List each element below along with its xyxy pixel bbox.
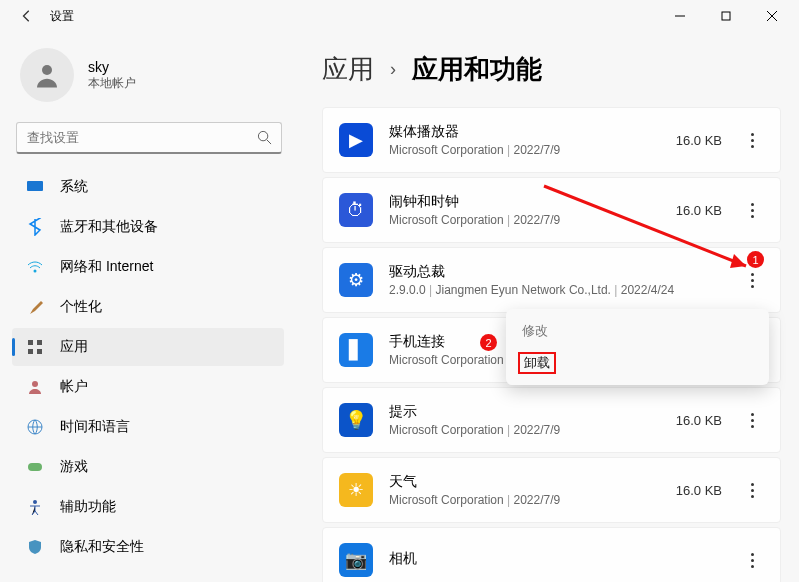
app-meta: Microsoft Corporation2022/7/9 xyxy=(389,143,676,157)
sidebar: sky 本地帐户 系统 蓝牙和其他设备 网络和 Internet 个性化 应用 … xyxy=(0,32,294,582)
svg-rect-11 xyxy=(28,349,33,354)
nav-label: 蓝牙和其他设备 xyxy=(60,218,158,236)
accessibility-icon xyxy=(26,498,44,516)
app-row[interactable]: ⚙ 驱动总裁 2.9.0.0Jiangmen Eyun Network Co.,… xyxy=(322,247,781,313)
nav-time[interactable]: 时间和语言 xyxy=(12,408,284,446)
avatar xyxy=(20,48,74,102)
more-button[interactable] xyxy=(736,404,768,436)
svg-point-16 xyxy=(33,500,37,504)
app-row[interactable]: ▶ 媒体播放器 Microsoft Corporation2022/7/9 16… xyxy=(322,107,781,173)
more-button[interactable] xyxy=(736,264,768,296)
app-row[interactable]: ⏱ 闹钟和时钟 Microsoft Corporation2022/7/9 16… xyxy=(322,177,781,243)
breadcrumb: 应用 › 应用和功能 xyxy=(322,52,781,87)
app-icon: ☀ xyxy=(339,473,373,507)
nav-accessibility[interactable]: 辅助功能 xyxy=(12,488,284,526)
app-size: 16.0 KB xyxy=(676,483,722,498)
nav-label: 隐私和安全性 xyxy=(60,538,144,556)
app-icon: 📷 xyxy=(339,543,373,577)
svg-rect-10 xyxy=(37,340,42,345)
nav-label: 个性化 xyxy=(60,298,102,316)
svg-line-6 xyxy=(267,140,271,144)
nav-personalize[interactable]: 个性化 xyxy=(12,288,284,326)
crumb-current: 应用和功能 xyxy=(412,52,542,87)
app-row[interactable]: 💡 提示 Microsoft Corporation2022/7/9 16.0 … xyxy=(322,387,781,453)
maximize-button[interactable] xyxy=(703,0,749,32)
game-icon xyxy=(26,458,44,476)
app-meta: Microsoft Corporation2022/7/9 xyxy=(389,493,676,507)
app-icon: ▋ xyxy=(339,333,373,367)
annotation-badge-1: 1 xyxy=(747,251,764,268)
nav-accounts[interactable]: 帐户 xyxy=(12,368,284,406)
app-row[interactable]: 📷 相机 xyxy=(322,527,781,582)
shield-icon xyxy=(26,538,44,556)
app-size: 16.0 KB xyxy=(676,413,722,428)
app-icon: ▶ xyxy=(339,123,373,157)
nav-label: 时间和语言 xyxy=(60,418,130,436)
svg-rect-15 xyxy=(28,463,42,471)
close-button[interactable] xyxy=(749,0,795,32)
more-button[interactable] xyxy=(736,474,768,506)
content: 应用 › 应用和功能 ▶ 媒体播放器 Microsoft Corporation… xyxy=(294,32,799,582)
svg-point-4 xyxy=(42,65,52,75)
minimize-button[interactable] xyxy=(657,0,703,32)
app-name: 闹钟和时钟 xyxy=(389,193,676,211)
app-row[interactable]: ☀ 天气 Microsoft Corporation2022/7/9 16.0 … xyxy=(322,457,781,523)
app-meta: Microsoft Corporation2022/7/9 xyxy=(389,423,676,437)
app-name: 天气 xyxy=(389,473,676,491)
crumb-root[interactable]: 应用 xyxy=(322,52,374,87)
more-button[interactable] xyxy=(736,124,768,156)
svg-rect-9 xyxy=(28,340,33,345)
user-block[interactable]: sky 本地帐户 xyxy=(12,40,294,120)
nav-system[interactable]: 系统 xyxy=(12,168,284,206)
more-button[interactable] xyxy=(736,194,768,226)
app-meta: 2.9.0.0Jiangmen Eyun Network Co.,Ltd.202… xyxy=(389,283,722,297)
search-input[interactable] xyxy=(16,122,282,154)
nav-gaming[interactable]: 游戏 xyxy=(12,448,284,486)
window-title: 设置 xyxy=(50,8,74,25)
svg-point-8 xyxy=(34,270,37,273)
ctx-uninstall[interactable]: 卸载 xyxy=(512,347,763,379)
svg-rect-12 xyxy=(37,349,42,354)
app-size: 16.0 KB xyxy=(676,133,722,148)
app-icon: ⚙ xyxy=(339,263,373,297)
user-name: sky xyxy=(88,59,136,75)
globe-icon xyxy=(26,418,44,436)
svg-rect-7 xyxy=(27,181,43,191)
app-name: 提示 xyxy=(389,403,676,421)
app-icon: 💡 xyxy=(339,403,373,437)
app-name: 相机 xyxy=(389,550,722,568)
nav-label: 游戏 xyxy=(60,458,88,476)
display-icon xyxy=(26,178,44,196)
brush-icon xyxy=(26,298,44,316)
app-meta: Microsoft Corporation2022/7/9 xyxy=(389,213,676,227)
uninstall-label: 卸载 xyxy=(518,352,556,374)
nav-privacy[interactable]: 隐私和安全性 xyxy=(12,528,284,566)
annotation-badge-2: 2 xyxy=(480,334,497,351)
wifi-icon xyxy=(26,258,44,276)
nav: 系统 蓝牙和其他设备 网络和 Internet 个性化 应用 帐户 时间和语言 … xyxy=(12,168,294,566)
user-sub: 本地帐户 xyxy=(88,75,136,92)
ctx-modify: 修改 xyxy=(512,315,763,347)
nav-label: 辅助功能 xyxy=(60,498,116,516)
svg-rect-1 xyxy=(722,12,730,20)
search-icon xyxy=(257,130,272,145)
app-name: 媒体播放器 xyxy=(389,123,676,141)
nav-bluetooth[interactable]: 蓝牙和其他设备 xyxy=(12,208,284,246)
more-button[interactable] xyxy=(736,544,768,576)
person-icon xyxy=(26,378,44,396)
back-icon[interactable] xyxy=(20,9,34,23)
svg-point-13 xyxy=(32,381,38,387)
chevron-right-icon: › xyxy=(390,59,396,80)
bluetooth-icon xyxy=(26,218,44,236)
app-icon: ⏱ xyxy=(339,193,373,227)
apps-icon xyxy=(26,338,44,356)
nav-label: 帐户 xyxy=(60,378,88,396)
nav-apps[interactable]: 应用 xyxy=(12,328,284,366)
svg-point-5 xyxy=(258,131,267,140)
app-name: 驱动总裁 xyxy=(389,263,722,281)
nav-label: 系统 xyxy=(60,178,88,196)
nav-network[interactable]: 网络和 Internet xyxy=(12,248,284,286)
nav-label: 应用 xyxy=(60,338,88,356)
context-menu: 修改 卸载 xyxy=(506,309,769,385)
app-size: 16.0 KB xyxy=(676,203,722,218)
